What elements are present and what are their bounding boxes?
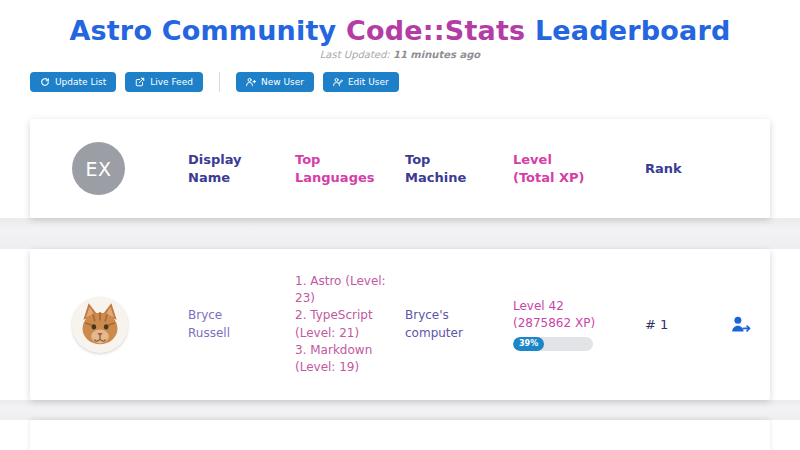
new-user-label: New User [261,78,304,87]
page-title: Astro Community Code::Stats Leaderboard [0,15,800,46]
toolbar: Update List Live Feed New User Edit User [30,72,800,92]
row-level-line1: Level 42 [513,298,645,315]
refresh-icon [40,77,50,87]
table-row: Bryce Russell 1. Astro (Level: 23) 2. Ty… [30,249,770,400]
xp-progress-bar: 39% [513,337,593,351]
page-title-part-leaderboard: Leaderboard [535,15,731,46]
update-list-label: Update List [55,78,106,87]
row-rank: # 1 [645,317,730,332]
last-updated-label: Last Updated: [320,49,390,60]
update-list-button[interactable]: Update List [30,72,116,92]
column-header-level: Level (Total XP) [513,151,597,186]
card-gap [0,400,800,420]
row-top-machine: Bryce's computer [405,307,469,342]
table-row-partial [30,420,770,450]
row-level: Level 42 (2875862 XP) 39% [513,298,645,351]
page-title-part-code-stats: Code::Stats [346,15,525,46]
toolbar-divider [219,72,220,92]
last-updated-text: Last Updated: 11 minutes ago [0,49,800,60]
row-level-line2: (2875862 XP) [513,315,645,332]
external-link-icon [135,77,145,87]
edit-user-label: Edit User [348,78,389,87]
card-gap [0,218,800,249]
page-title-part-astro-community: Astro Community [69,15,336,46]
column-header-top-languages: Top Languages [295,151,379,186]
table-header-card: EX Display Name Top Languages Top Machin… [30,119,770,218]
column-header-rank: Rank [645,160,729,178]
language-item: 2. TypeScript (Level: 21) [295,307,387,341]
row-display-name: Bryce Russell [188,307,250,342]
edit-user-button[interactable]: Edit User [323,72,399,92]
example-avatar: EX [72,142,125,195]
row-top-languages: 1. Astro (Level: 23) 2. TypeScript (Leve… [295,273,387,375]
live-feed-button[interactable]: Live Feed [125,72,203,92]
column-header-display-name: Display Name [188,151,272,186]
user-avatar-cat-photo [72,297,128,353]
user-edit-icon [333,77,343,87]
language-item: 3. Markdown (Level: 19) [295,342,387,376]
language-item: 1. Astro (Level: 23) [295,273,387,307]
person-arrow-right-icon[interactable] [730,314,751,335]
user-plus-icon [246,77,256,87]
column-header-top-machine: Top Machine [405,151,489,186]
xp-progress-fill: 39% [513,337,544,351]
new-user-button[interactable]: New User [236,72,314,92]
last-updated-value: 11 minutes ago [393,49,480,60]
live-feed-label: Live Feed [150,78,193,87]
